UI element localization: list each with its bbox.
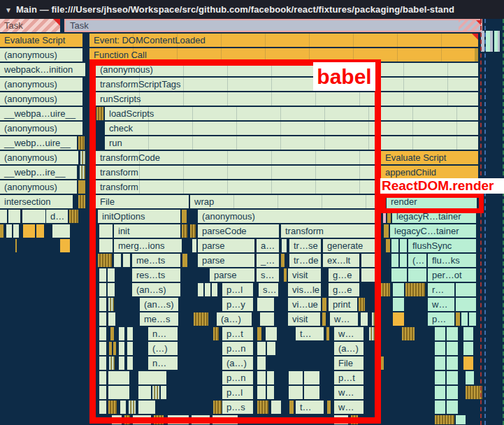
flame-bar-webp-uire[interactable]: __webp…uire__: [0, 136, 77, 150]
flame-cell[interactable]: [326, 327, 329, 340]
flame-bar-transformscripttags[interactable]: transformScriptTags: [96, 78, 478, 91]
flame-bar-a[interactable]: (a…): [334, 342, 363, 355]
flame-bar-transform[interactable]: transform: [96, 166, 378, 179]
flame-bar-transform[interactable]: transform: [96, 180, 378, 194]
flame-cell[interactable]: [281, 254, 285, 267]
flame-cell[interactable]: [304, 371, 319, 384]
flame-cell[interactable]: [108, 371, 129, 384]
flame-cell[interactable]: [391, 268, 407, 282]
flame-bar-file[interactable]: File: [96, 195, 189, 208]
flame-cell[interactable]: [161, 386, 166, 399]
flame-cell[interactable]: [361, 312, 368, 326]
flame-bar-anonymous[interactable]: (anonymous): [0, 122, 82, 135]
flame-cell[interactable]: [408, 268, 426, 282]
flame-bar-res-ts[interactable]: res…ts: [132, 268, 180, 282]
flame-bar-parse[interactable]: parse: [198, 254, 254, 267]
flame-cell[interactable]: [391, 254, 398, 267]
flame-cell[interactable]: [205, 283, 210, 296]
flame-bar-p-y[interactable]: p…y: [222, 298, 253, 311]
flame-cell[interactable]: [112, 415, 122, 424]
flame-bar-transform[interactable]: transform: [281, 224, 378, 238]
flame-bar-anonymous[interactable]: (anonymous): [0, 180, 77, 194]
flame-cell[interactable]: [194, 312, 208, 326]
flame-cell[interactable]: [99, 224, 113, 238]
flame-bar-frame[interactable]: _…: [257, 254, 279, 267]
flame-bar-flu-ks[interactable]: flu…ks: [428, 254, 476, 267]
flame-cell[interactable]: [393, 312, 404, 326]
flame-cell[interactable]: [109, 342, 112, 355]
flame-cell[interactable]: [212, 283, 217, 296]
flame-bar-an-s[interactable]: (an…s): [132, 283, 180, 296]
flame-cell[interactable]: [129, 401, 136, 414]
flame-cell[interactable]: [198, 283, 203, 296]
flame-bar-task[interactable]: Task: [0, 19, 60, 32]
flame-bar-init[interactable]: init: [114, 224, 180, 238]
flame-cell[interactable]: [257, 401, 268, 414]
flame-bar-per-ot[interactable]: per…ot: [428, 268, 476, 282]
flame-bar-webpa-uire[interactable]: __webpa…uire__: [0, 107, 82, 120]
flame-cell[interactable]: [213, 327, 219, 340]
flame-bar-appendchild[interactable]: appendChild: [381, 166, 478, 179]
flame-bar-p-n[interactable]: p…n: [222, 342, 253, 355]
flame-cell[interactable]: [359, 298, 365, 311]
flame-bar-webpack-inition[interactable]: webpack…inition: [0, 63, 85, 76]
flame-bar-event-domcontentloaded[interactable]: Event: DOMContentLoaded: [89, 34, 478, 47]
flame-cell[interactable]: [99, 371, 106, 384]
flame-cell[interactable]: [393, 298, 404, 311]
flame-cell[interactable]: [182, 224, 187, 238]
flame-cell[interactable]: [22, 210, 45, 223]
flame-cell[interactable]: [60, 239, 70, 252]
flame-cell[interactable]: [108, 283, 115, 296]
flame-bar-t[interactable]: t…: [296, 327, 324, 340]
flame-bar-vis-le[interactable]: vis…le: [288, 283, 321, 296]
flame-bar-p-n[interactable]: p…n: [222, 371, 253, 384]
flame-cell[interactable]: [386, 239, 390, 252]
flame-cell[interactable]: [267, 386, 274, 399]
flame-cell[interactable]: [138, 371, 166, 384]
flame-cell[interactable]: [80, 151, 85, 164]
flame-cell[interactable]: [435, 327, 445, 340]
flame-cell[interactable]: [257, 371, 266, 384]
flame-cell[interactable]: [405, 283, 425, 296]
flame-bar-anonymous[interactable]: (anonymous): [198, 210, 378, 223]
flame-bar-n[interactable]: n…: [148, 327, 178, 340]
flame-cell[interactable]: [99, 386, 106, 399]
flame-cell[interactable]: [384, 224, 389, 238]
flame-cell[interactable]: [435, 371, 445, 384]
flame-bar-anonymous[interactable]: (anonymous): [0, 92, 82, 106]
flame-bar-task[interactable]: Task: [64, 19, 482, 32]
flame-bar-evaluate-script[interactable]: Evaluate Script: [0, 34, 82, 47]
flame-cell[interactable]: [463, 356, 473, 370]
flame-cell[interactable]: [190, 224, 196, 238]
flame-cell[interactable]: [393, 283, 404, 296]
flame-cell[interactable]: [260, 312, 274, 326]
flame-cell[interactable]: [435, 415, 454, 424]
flame-bar-frame[interactable]: (…): [148, 342, 178, 355]
flame-bar-intersection[interactable]: intersection: [0, 195, 73, 208]
flame-cell[interactable]: [447, 386, 458, 399]
flame-cell[interactable]: [402, 327, 415, 340]
flame-cell[interactable]: [168, 415, 189, 424]
flame-cell[interactable]: [257, 327, 261, 340]
flame-cell[interactable]: [266, 327, 277, 340]
flame-cell[interactable]: [456, 415, 466, 424]
flame-bar-render[interactable]: render: [387, 195, 477, 208]
flame-cell[interactable]: [475, 48, 478, 62]
flame-cell[interactable]: [99, 342, 106, 355]
flame-cell[interactable]: [322, 312, 326, 326]
flame-bar-p-t[interactable]: p…t: [334, 371, 363, 384]
flame-bar-visit[interactable]: visit: [288, 268, 321, 282]
flame-cell[interactable]: [267, 342, 275, 355]
flame-cell[interactable]: [289, 371, 303, 384]
flame-cell[interactable]: [108, 386, 129, 399]
flame-bar-s[interactable]: s…: [259, 283, 278, 296]
flame-bar-visit[interactable]: visit: [288, 312, 320, 326]
flame-bar-parse[interactable]: parse: [210, 268, 254, 282]
flame-bar-me-ts[interactable]: me…ts: [132, 254, 180, 267]
flame-cell[interactable]: [372, 312, 377, 326]
flame-bar-evaluate-script[interactable]: Evaluate Script: [381, 151, 478, 164]
flame-cell[interactable]: [127, 356, 133, 370]
flame-bar-anonymous[interactable]: (anonymous): [96, 63, 478, 76]
flame-bar-an-s[interactable]: (an…s): [140, 298, 178, 311]
flame-cell[interactable]: [447, 342, 458, 355]
